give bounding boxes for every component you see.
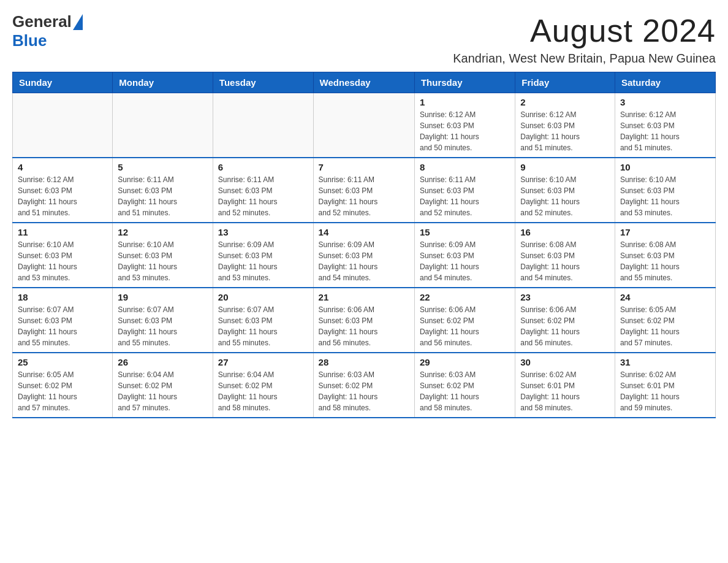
day-info: Sunrise: 6:06 AMSunset: 6:03 PMDaylight:…: [319, 304, 409, 348]
calendar-cell: 7Sunrise: 6:11 AMSunset: 6:03 PMDaylight…: [313, 158, 414, 223]
calendar-header-tuesday: Tuesday: [213, 72, 313, 93]
day-number: 19: [118, 292, 208, 302]
day-info: Sunrise: 6:11 AMSunset: 6:03 PMDaylight:…: [218, 174, 308, 218]
day-info: Sunrise: 6:10 AMSunset: 6:03 PMDaylight:…: [18, 239, 107, 283]
page-title: August 2024: [453, 12, 716, 49]
logo-general-text: General: [12, 12, 72, 31]
calendar-header-saturday: Saturday: [615, 72, 715, 93]
calendar-header-wednesday: Wednesday: [313, 72, 414, 93]
calendar-cell: 31Sunrise: 6:02 AMSunset: 6:01 PMDayligh…: [615, 353, 715, 418]
calendar-week-row: 18Sunrise: 6:07 AMSunset: 6:03 PMDayligh…: [13, 288, 716, 353]
day-number: 2: [520, 97, 610, 107]
calendar-cell: 14Sunrise: 6:09 AMSunset: 6:03 PMDayligh…: [313, 223, 414, 288]
day-info: Sunrise: 6:12 AMSunset: 6:03 PMDaylight:…: [420, 109, 510, 153]
day-info: Sunrise: 6:07 AMSunset: 6:03 PMDaylight:…: [218, 304, 308, 348]
day-info: Sunrise: 6:04 AMSunset: 6:02 PMDaylight:…: [218, 369, 308, 413]
day-number: 14: [319, 227, 409, 237]
day-number: 20: [218, 292, 308, 302]
title-area: August 2024 Kandrian, West New Britain, …: [453, 12, 716, 66]
calendar-cell: [13, 93, 113, 158]
calendar-header-row: SundayMondayTuesdayWednesdayThursdayFrid…: [13, 72, 716, 93]
day-info: Sunrise: 6:04 AMSunset: 6:02 PMDaylight:…: [118, 369, 208, 413]
calendar-cell: 28Sunrise: 6:03 AMSunset: 6:02 PMDayligh…: [313, 353, 414, 418]
day-info: Sunrise: 6:10 AMSunset: 6:03 PMDaylight:…: [520, 174, 610, 218]
day-info: Sunrise: 6:11 AMSunset: 6:03 PMDaylight:…: [420, 174, 510, 218]
day-info: Sunrise: 6:09 AMSunset: 6:03 PMDaylight:…: [420, 239, 510, 283]
calendar-header-friday: Friday: [515, 72, 615, 93]
calendar-cell: [213, 93, 313, 158]
calendar-cell: 15Sunrise: 6:09 AMSunset: 6:03 PMDayligh…: [414, 223, 515, 288]
logo-blue-text: Blue: [12, 31, 47, 50]
calendar-cell: 2Sunrise: 6:12 AMSunset: 6:03 PMDaylight…: [515, 93, 615, 158]
logo: General Blue: [12, 12, 83, 50]
calendar-cell: 17Sunrise: 6:08 AMSunset: 6:03 PMDayligh…: [615, 223, 715, 288]
day-number: 8: [420, 162, 510, 172]
day-info: Sunrise: 6:05 AMSunset: 6:02 PMDaylight:…: [18, 369, 107, 413]
calendar-cell: 24Sunrise: 6:05 AMSunset: 6:02 PMDayligh…: [615, 288, 715, 353]
calendar-cell: [313, 93, 414, 158]
day-info: Sunrise: 6:12 AMSunset: 6:03 PMDaylight:…: [620, 109, 710, 153]
calendar-table: SundayMondayTuesdayWednesdayThursdayFrid…: [12, 72, 716, 418]
calendar-header-monday: Monday: [113, 72, 213, 93]
day-info: Sunrise: 6:08 AMSunset: 6:03 PMDaylight:…: [520, 239, 610, 283]
calendar-cell: 30Sunrise: 6:02 AMSunset: 6:01 PMDayligh…: [515, 353, 615, 418]
day-info: Sunrise: 6:12 AMSunset: 6:03 PMDaylight:…: [18, 174, 107, 218]
calendar-cell: 21Sunrise: 6:06 AMSunset: 6:03 PMDayligh…: [313, 288, 414, 353]
day-info: Sunrise: 6:12 AMSunset: 6:03 PMDaylight:…: [520, 109, 610, 153]
calendar-cell: 9Sunrise: 6:10 AMSunset: 6:03 PMDaylight…: [515, 158, 615, 223]
day-number: 30: [520, 357, 610, 367]
day-info: Sunrise: 6:09 AMSunset: 6:03 PMDaylight:…: [218, 239, 308, 283]
calendar-cell: 4Sunrise: 6:12 AMSunset: 6:03 PMDaylight…: [13, 158, 113, 223]
day-info: Sunrise: 6:11 AMSunset: 6:03 PMDaylight:…: [118, 174, 208, 218]
day-info: Sunrise: 6:03 AMSunset: 6:02 PMDaylight:…: [319, 369, 409, 413]
calendar-cell: 19Sunrise: 6:07 AMSunset: 6:03 PMDayligh…: [113, 288, 213, 353]
day-info: Sunrise: 6:05 AMSunset: 6:02 PMDaylight:…: [620, 304, 710, 348]
calendar-cell: 6Sunrise: 6:11 AMSunset: 6:03 PMDaylight…: [213, 158, 313, 223]
day-number: 25: [18, 357, 107, 367]
day-number: 26: [118, 357, 208, 367]
day-number: 23: [520, 292, 610, 302]
calendar-cell: [113, 93, 213, 158]
logo-triangle-icon: [73, 14, 83, 30]
calendar-cell: 23Sunrise: 6:06 AMSunset: 6:02 PMDayligh…: [515, 288, 615, 353]
calendar-cell: 3Sunrise: 6:12 AMSunset: 6:03 PMDaylight…: [615, 93, 715, 158]
calendar-week-row: 11Sunrise: 6:10 AMSunset: 6:03 PMDayligh…: [13, 223, 716, 288]
day-number: 24: [620, 292, 710, 302]
day-info: Sunrise: 6:06 AMSunset: 6:02 PMDaylight:…: [420, 304, 510, 348]
calendar-cell: 20Sunrise: 6:07 AMSunset: 6:03 PMDayligh…: [213, 288, 313, 353]
day-info: Sunrise: 6:10 AMSunset: 6:03 PMDaylight:…: [620, 174, 710, 218]
day-number: 1: [420, 97, 510, 107]
calendar-cell: 27Sunrise: 6:04 AMSunset: 6:02 PMDayligh…: [213, 353, 313, 418]
day-info: Sunrise: 6:03 AMSunset: 6:02 PMDaylight:…: [420, 369, 510, 413]
calendar-cell: 22Sunrise: 6:06 AMSunset: 6:02 PMDayligh…: [414, 288, 515, 353]
day-info: Sunrise: 6:07 AMSunset: 6:03 PMDaylight:…: [18, 304, 107, 348]
calendar-week-row: 25Sunrise: 6:05 AMSunset: 6:02 PMDayligh…: [13, 353, 716, 418]
day-number: 4: [18, 162, 107, 172]
day-number: 12: [118, 227, 208, 237]
day-number: 13: [218, 227, 308, 237]
calendar-header-sunday: Sunday: [13, 72, 113, 93]
day-number: 29: [420, 357, 510, 367]
calendar-cell: 1Sunrise: 6:12 AMSunset: 6:03 PMDaylight…: [414, 93, 515, 158]
day-info: Sunrise: 6:07 AMSunset: 6:03 PMDaylight:…: [118, 304, 208, 348]
calendar-cell: 12Sunrise: 6:10 AMSunset: 6:03 PMDayligh…: [113, 223, 213, 288]
day-number: 9: [520, 162, 610, 172]
day-info: Sunrise: 6:02 AMSunset: 6:01 PMDaylight:…: [620, 369, 710, 413]
calendar-cell: 13Sunrise: 6:09 AMSunset: 6:03 PMDayligh…: [213, 223, 313, 288]
day-number: 17: [620, 227, 710, 237]
day-number: 5: [118, 162, 208, 172]
day-info: Sunrise: 6:10 AMSunset: 6:03 PMDaylight:…: [118, 239, 208, 283]
day-number: 7: [319, 162, 409, 172]
calendar-cell: 5Sunrise: 6:11 AMSunset: 6:03 PMDaylight…: [113, 158, 213, 223]
day-number: 18: [18, 292, 107, 302]
day-number: 28: [319, 357, 409, 367]
day-number: 3: [620, 97, 710, 107]
calendar-cell: 16Sunrise: 6:08 AMSunset: 6:03 PMDayligh…: [515, 223, 615, 288]
calendar-header-thursday: Thursday: [414, 72, 515, 93]
day-number: 15: [420, 227, 510, 237]
day-number: 31: [620, 357, 710, 367]
calendar-week-row: 4Sunrise: 6:12 AMSunset: 6:03 PMDaylight…: [13, 158, 716, 223]
day-number: 10: [620, 162, 710, 172]
day-number: 11: [18, 227, 107, 237]
day-info: Sunrise: 6:08 AMSunset: 6:03 PMDaylight:…: [620, 239, 710, 283]
